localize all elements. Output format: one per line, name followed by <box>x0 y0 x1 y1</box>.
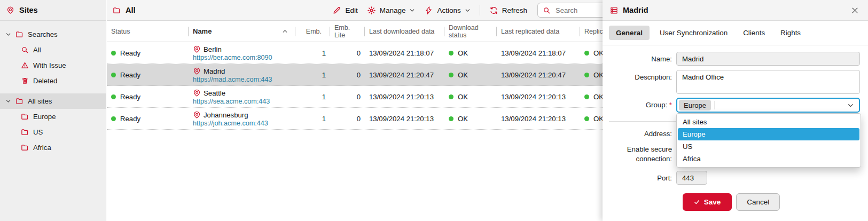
detail-panel-title: Madrid <box>623 6 648 14</box>
cell-emb-lite: 0 <box>330 86 365 107</box>
table-row-madrid[interactable]: Ready Madrid https://mad.acme.com:443 1 … <box>107 64 603 86</box>
site-pin-icon <box>193 111 201 119</box>
column-header-emb-lite[interactable]: Emb. Lite <box>330 21 365 42</box>
edit-button[interactable]: Edit <box>332 6 357 15</box>
table-row-johannesburg[interactable]: Ready Johannesburg https://joh.acme.com:… <box>107 108 603 130</box>
table-row-berlin[interactable]: Ready Berlin https://ber.acme.com:8090 1… <box>107 42 603 64</box>
site-url-link[interactable]: https://joh.acme.com:443 <box>193 120 268 127</box>
site-name: Berlin <box>204 45 222 53</box>
status-ok-dot <box>584 73 589 77</box>
cell-emb: 1 <box>295 86 330 107</box>
sidebar-item-with-issue[interactable]: With Issue <box>0 58 106 73</box>
dropdown-option-us[interactable]: US <box>678 140 859 153</box>
tab-general[interactable]: General <box>609 26 650 40</box>
column-header-replication[interactable]: Replicat <box>580 21 603 42</box>
cell-last-replicated: 13/09/2024 21:18:07 <box>497 42 580 64</box>
site-url-link[interactable]: https://ber.acme.com:8090 <box>193 54 272 61</box>
sidebar-item-label: Europe <box>33 113 56 121</box>
status-ok-dot <box>111 73 116 77</box>
actions-menu-button[interactable]: Actions <box>424 6 470 15</box>
chevron-down-icon[interactable] <box>5 31 11 37</box>
sidebar-item-africa[interactable]: Africa <box>0 140 106 155</box>
column-header-last-replicated[interactable]: Last replicated data <box>497 21 580 42</box>
main-header: All Edit Manage Actions <box>107 0 603 21</box>
gear-icon <box>367 6 376 15</box>
sidebar-item-label: All sites <box>28 97 52 105</box>
description-field-label: Description: <box>603 70 672 82</box>
search-icon <box>21 46 29 54</box>
cell-status: Ready <box>107 64 189 85</box>
cancel-button[interactable]: Cancel <box>736 193 780 211</box>
column-header-name[interactable]: Name <box>189 21 295 42</box>
column-header-download-status[interactable]: Download status <box>444 21 497 42</box>
chevron-down-icon[interactable] <box>5 98 11 104</box>
search-box[interactable] <box>537 3 603 18</box>
pencil-icon <box>332 6 341 15</box>
site-name: Madrid <box>204 67 225 75</box>
cell-emb-lite: 0 <box>330 108 365 129</box>
sidebar-title: Sites <box>19 6 38 14</box>
column-header-status[interactable]: Status <box>107 21 189 42</box>
sidebar-item-label: All <box>33 46 41 54</box>
site-name: Johannesburg <box>204 111 248 119</box>
tab-rights[interactable]: Rights <box>775 26 806 40</box>
cell-status: Ready <box>107 42 189 64</box>
save-button[interactable]: Save <box>683 193 732 211</box>
sidebar-item-deleted[interactable]: Deleted <box>0 73 106 89</box>
cell-name: Johannesburg https://joh.acme.com:443 <box>189 108 295 129</box>
status-ok-dot <box>449 51 453 56</box>
sidebar-tree: Searches All With Issue Deleted All site… <box>0 21 106 155</box>
tab-user-synchronization[interactable]: User Synchronization <box>654 26 733 40</box>
column-header-last-downloaded[interactable]: Last downloaded data <box>365 21 444 42</box>
sidebar-item-europe[interactable]: Europe <box>0 109 106 124</box>
dropdown-option-all-sites[interactable]: All sites <box>678 116 859 128</box>
status-ok-dot <box>111 94 116 99</box>
cell-replication-status: OK <box>580 42 603 64</box>
description-field[interactable]: Madrid Office <box>676 70 860 94</box>
sidebar-item-us[interactable]: US <box>0 124 106 140</box>
close-icon[interactable] <box>851 6 859 14</box>
search-input[interactable] <box>554 6 603 15</box>
folder-icon <box>21 128 29 136</box>
secure-connection-label: Enable secure connection: <box>603 142 672 164</box>
detail-panel-madrid: Madrid General User Synchronization Clie… <box>603 0 868 221</box>
table-row-seattle[interactable]: Ready Seattle https://sea.acme.com:443 1… <box>107 86 603 108</box>
manage-menu-button[interactable]: Manage <box>367 6 416 15</box>
name-field-label: Name: <box>603 52 672 64</box>
sidebar-group-searches[interactable]: Searches <box>0 27 106 42</box>
cell-name: Berlin https://ber.acme.com:8090 <box>189 42 295 64</box>
sidebar-item-label: Deleted <box>33 77 57 85</box>
column-header-emb[interactable]: Emb. <box>295 21 330 42</box>
dropdown-option-europe[interactable]: Europe <box>678 128 859 140</box>
site-name: Seattle <box>204 89 225 97</box>
group-dropdown-list: All sites Europe US Africa <box>676 113 861 168</box>
folder-icon <box>15 97 24 105</box>
sidebar-group-all-sites[interactable]: All sites <box>0 93 106 109</box>
status-ok-dot <box>449 73 453 77</box>
sidebar-item-all[interactable]: All <box>0 42 106 58</box>
port-field[interactable] <box>676 171 707 185</box>
cell-emb-lite: 0 <box>330 42 365 64</box>
group-selected-chip[interactable]: Europe <box>679 100 711 111</box>
sidebar-item-label: Searches <box>28 30 58 38</box>
tab-clients[interactable]: Clients <box>738 26 770 40</box>
sort-ascending-icon <box>282 28 288 34</box>
dropdown-option-africa[interactable]: Africa <box>678 153 859 165</box>
folder-icon <box>21 144 29 152</box>
cell-emb: 1 <box>295 108 330 129</box>
group-combobox[interactable]: Europe <box>676 98 860 113</box>
cell-download-status: OK <box>444 108 497 129</box>
status-ok-dot <box>584 94 589 99</box>
cell-name: Seattle https://sea.acme.com:443 <box>189 86 295 107</box>
site-pin-icon <box>193 45 201 53</box>
check-icon <box>694 199 700 205</box>
chevron-down-icon[interactable] <box>847 102 854 109</box>
refresh-button[interactable]: Refresh <box>489 6 527 15</box>
folder-icon <box>15 30 24 38</box>
cell-emb-lite: 0 <box>330 64 365 85</box>
folder-icon <box>113 6 121 14</box>
cell-download-status: OK <box>444 42 497 64</box>
name-field[interactable] <box>676 52 860 66</box>
site-url-link[interactable]: https://sea.acme.com:443 <box>193 98 270 105</box>
site-url-link[interactable]: https://mad.acme.com:443 <box>193 76 272 83</box>
